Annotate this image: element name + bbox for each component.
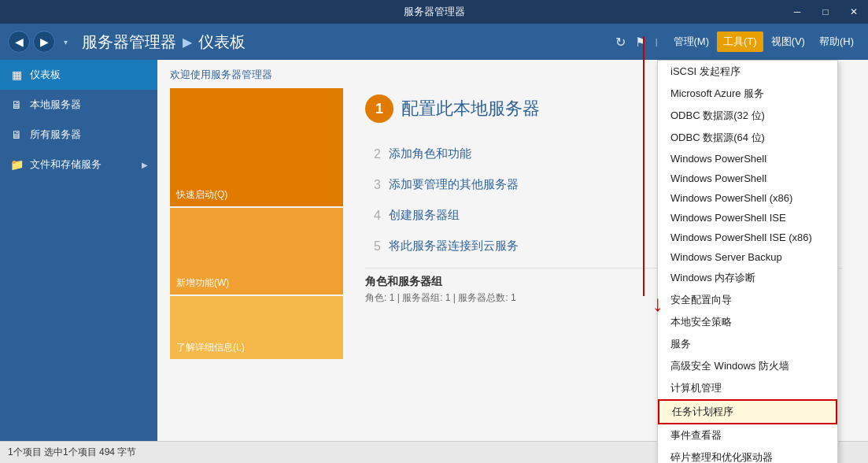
step-num-3: 3 bbox=[365, 178, 381, 192]
menu-bar: ◀ ▶ ▾ 服务器管理器 ▶ 仪表板 ↻ ⚑ | 管理(M) 工具(T) 视图(… bbox=[0, 24, 868, 60]
minimize-button[interactable]: ─ bbox=[783, 0, 811, 24]
red-arrow-icon: ↓ bbox=[652, 291, 663, 317]
step-link-5[interactable]: 将此服务器连接到云服务 bbox=[389, 239, 519, 254]
dropdown-item-security-wizard[interactable]: 安全配置向导 bbox=[658, 289, 837, 311]
tile-new-features[interactable]: 新增功能(W) bbox=[170, 208, 343, 294]
red-indicator-line bbox=[643, 60, 645, 296]
dropdown-item-computer-mgmt[interactable]: 计算机管理 bbox=[658, 377, 837, 399]
sidebar-label-dashboard: 仪表板 bbox=[30, 68, 61, 82]
forward-button[interactable]: ▶ bbox=[33, 31, 55, 53]
tile-new-features-label: 新增功能(W) bbox=[176, 276, 337, 290]
tiles-panel: 快速启动(Q) 新增功能(W) 了解详细信息(L) bbox=[170, 88, 343, 372]
dropdown-item-powershell-ise-x86[interactable]: Windows PowerShell ISE (x86) bbox=[658, 228, 837, 247]
back-button[interactable]: ◀ bbox=[8, 31, 30, 53]
dropdown-item-task-scheduler[interactable]: 任务计划程序 bbox=[658, 399, 837, 424]
menu-item-help[interactable]: 帮助(H) bbox=[813, 31, 860, 52]
top-menu-items: 管理(M) 工具(T) 视图(V) 帮助(H) bbox=[667, 31, 861, 52]
close-button[interactable]: ✕ bbox=[840, 0, 868, 24]
menu-item-manage[interactable]: 管理(M) bbox=[667, 31, 716, 52]
dropdown-item-azure[interactable]: Microsoft Azure 服务 bbox=[658, 83, 837, 105]
dropdown-item-local-policy[interactable]: 本地安全策略 bbox=[658, 311, 837, 333]
local-server-icon: 🖥 bbox=[9, 98, 24, 111]
window-controls: ─ □ ✕ bbox=[783, 0, 868, 24]
dropdown-item-mem-diag[interactable]: Windows 内存诊断 bbox=[658, 267, 837, 289]
refresh-icon[interactable]: ↻ bbox=[615, 35, 626, 50]
content-area: ▦ 仪表板 🖥 本地服务器 🖥 所有服务器 📁 文件和存储服务 ▶ 欢迎使用服务… bbox=[0, 60, 868, 441]
menu-separator: | bbox=[656, 37, 658, 46]
step-num-2: 2 bbox=[365, 147, 381, 161]
dropdown-item-odbc64[interactable]: ODBC 数据源(64 位) bbox=[658, 127, 837, 149]
step-num-4: 4 bbox=[365, 209, 381, 223]
step-link-4[interactable]: 创建服务器组 bbox=[389, 208, 460, 223]
sidebar: ▦ 仪表板 🖥 本地服务器 🖥 所有服务器 📁 文件和存储服务 ▶ bbox=[0, 60, 157, 441]
dropdown-item-event-viewer[interactable]: 事件查看器 bbox=[658, 424, 837, 441]
dropdown-item-powershell-ise[interactable]: Windows PowerShell ISE bbox=[658, 208, 837, 228]
step-num-5: 5 bbox=[365, 239, 381, 254]
dropdown-item-powershell1[interactable]: Windows PowerShell bbox=[658, 149, 837, 169]
breadcrumb-separator: ▶ bbox=[183, 35, 192, 50]
dropdown-item-iscsi[interactable]: iSCSI 发起程序 bbox=[658, 61, 837, 83]
tile-quick-start[interactable]: 快速启动(Q) bbox=[170, 88, 343, 206]
maximize-button[interactable]: □ bbox=[811, 0, 840, 24]
nav-dropdown-button[interactable]: ▾ bbox=[58, 35, 72, 49]
sidebar-item-all-servers[interactable]: 🖥 所有服务器 bbox=[0, 120, 157, 150]
dropdown-item-odbc32[interactable]: ODBC 数据源(32 位) bbox=[658, 105, 837, 127]
step-main-num: 1 bbox=[375, 101, 383, 117]
menu-item-view[interactable]: 视图(V) bbox=[765, 31, 811, 52]
app-wrapper: ◀ ▶ ▾ 服务器管理器 ▶ 仪表板 ↻ ⚑ | 管理(M) 工具(T) 视图(… bbox=[0, 24, 868, 463]
dropdown-item-firewall[interactable]: 高级安全 Windows 防火墙 bbox=[658, 355, 837, 377]
step-link-3[interactable]: 添加要管理的其他服务器 bbox=[389, 177, 519, 192]
sidebar-label-file-storage: 文件和存储服务 bbox=[30, 157, 102, 172]
tools-dropdown-menu: iSCSI 发起程序 Microsoft Azure 服务 ODBC 数据源(3… bbox=[657, 60, 838, 441]
sidebar-label-local-server: 本地服务器 bbox=[30, 98, 81, 112]
sidebar-item-file-storage[interactable]: 📁 文件和存储服务 ▶ bbox=[0, 150, 157, 180]
sidebar-arrow-icon: ▶ bbox=[142, 161, 148, 169]
window-title: 服务器管理器 bbox=[404, 5, 465, 19]
step-circle-main: 1 bbox=[365, 94, 393, 123]
dropdown-item-services[interactable]: 服务 bbox=[658, 333, 837, 355]
tile-learn-more[interactable]: 了解详细信息(L) bbox=[170, 296, 343, 359]
dashboard-icon: ▦ bbox=[9, 69, 24, 81]
sidebar-label-all-servers: 所有服务器 bbox=[30, 128, 81, 142]
title-bar: 服务器管理器 ─ □ ✕ bbox=[0, 0, 868, 24]
file-storage-icon: 📁 bbox=[9, 158, 24, 171]
menu-right: ↻ ⚑ | 管理(M) 工具(T) 视图(V) 帮助(H) bbox=[615, 31, 860, 52]
tile-quick-start-label: 快速启动(Q) bbox=[176, 188, 337, 202]
dropdown-item-powershell2[interactable]: Windows PowerShell bbox=[658, 169, 837, 188]
all-servers-icon: 🖥 bbox=[9, 128, 24, 141]
menu-item-tools[interactable]: 工具(T) bbox=[717, 31, 763, 52]
sidebar-item-dashboard[interactable]: ▦ 仪表板 bbox=[0, 60, 157, 90]
sidebar-item-local-server[interactable]: 🖥 本地服务器 bbox=[0, 90, 157, 120]
dropdown-item-wsb[interactable]: Windows Server Backup bbox=[658, 247, 837, 267]
steps-main-title: 配置此本地服务器 bbox=[401, 97, 540, 120]
status-text: 1个项目 选中1个项目 494 字节 bbox=[8, 446, 136, 459]
step-link-2[interactable]: 添加角色和功能 bbox=[389, 146, 471, 161]
nav-buttons: ◀ ▶ ▾ bbox=[8, 31, 72, 53]
tile-learn-more-label: 了解详细信息(L) bbox=[176, 341, 337, 354]
dropdown-item-powershell-x86[interactable]: Windows PowerShell (x86) bbox=[658, 188, 837, 208]
menu-title-main: 服务器管理器 bbox=[82, 31, 176, 53]
menu-title-sub: 仪表板 bbox=[198, 31, 246, 53]
